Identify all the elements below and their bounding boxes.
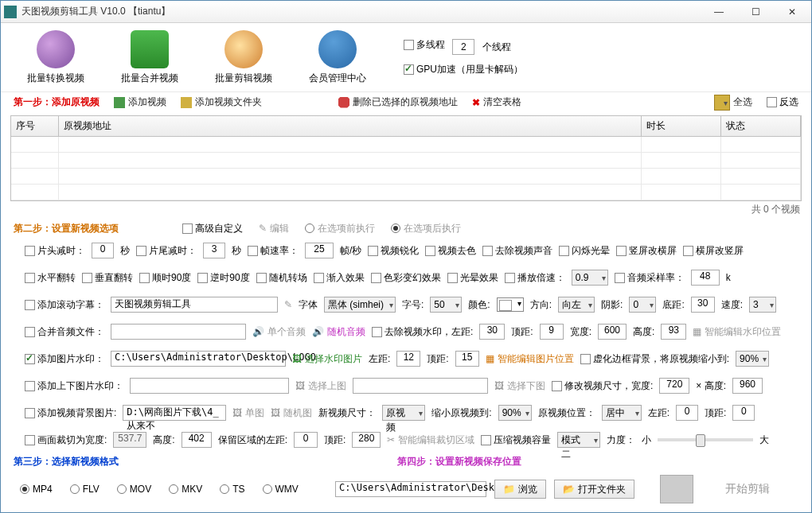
shrink-select[interactable]: 90% — [498, 405, 532, 421]
advanced-checkbox[interactable]: 高级自定义 — [182, 222, 243, 235]
minimize-button[interactable]: — — [708, 4, 730, 20]
random-audio-link[interactable]: 🔊随机音频 — [312, 325, 365, 339]
exec-after-radio[interactable]: 在选项后执行 — [391, 222, 461, 235]
clear-table-link[interactable]: ✖清空表格 — [472, 95, 521, 109]
open-folder-button[interactable]: 📂打开文件夹 — [554, 480, 634, 499]
select-wm-image[interactable]: 🖼选择水印图片 — [292, 352, 362, 366]
blur-border-checkbox[interactable]: 虚化边框背景，将原视频缩小到: — [580, 352, 729, 366]
multithread-checkbox[interactable]: 多线程 — [404, 38, 445, 52]
img-left-input[interactable]: 12 — [396, 351, 420, 367]
fmt-wmv-radio[interactable]: WMV — [263, 484, 299, 495]
color-picker[interactable] — [497, 297, 524, 312]
wm-height-input[interactable]: 93 — [661, 324, 686, 340]
image-wm-path[interactable]: C:\Users\Administrator\Desktop\LOGO — [111, 351, 286, 367]
keep-top-input[interactable]: 280 — [352, 432, 381, 448]
halo-checkbox[interactable]: 光晕效果 — [447, 271, 498, 285]
subspeed-select[interactable]: 3 — [749, 297, 776, 313]
merge-audio-checkbox[interactable]: 合并音频文件： — [25, 325, 104, 339]
random-transition-checkbox[interactable]: 随机转场 — [256, 271, 307, 285]
bottom-image-input[interactable] — [353, 378, 488, 394]
mute-checkbox[interactable]: 去除视频声音 — [482, 244, 552, 258]
wm-width-input[interactable]: 600 — [598, 324, 627, 340]
select-all-link[interactable]: 全选 — [714, 95, 752, 111]
batch-merge-button[interactable]: 批量合并视频 — [106, 30, 193, 85]
delete-selected-link[interactable]: 删除已选择的原视频地址 — [338, 95, 458, 109]
sharpen-checkbox[interactable]: 视频锐化 — [368, 244, 419, 258]
pos-top-input[interactable]: 0 — [732, 405, 755, 421]
close-button[interactable]: ✕ — [781, 4, 803, 20]
col-status[interactable]: 状态 — [721, 116, 801, 136]
asr-input[interactable]: 48 — [691, 270, 720, 286]
direction-select[interactable]: 向左 — [558, 297, 595, 313]
vflip-checkbox[interactable]: 垂直翻转 — [82, 271, 133, 285]
smart-wm-link[interactable]: ▦ 智能编辑水印位置 — [693, 325, 781, 339]
pos-left-input[interactable]: 0 — [676, 405, 698, 421]
h2v-checkbox[interactable]: 横屏改竖屏 — [683, 244, 744, 258]
bg-image-checkbox[interactable]: 添加视频背景图片: — [25, 406, 116, 420]
start-icon-button[interactable] — [660, 475, 693, 503]
browse-button[interactable]: 📁浏览 — [494, 480, 546, 499]
wm-top-input[interactable]: 9 — [540, 324, 564, 340]
add-folder-link[interactable]: 添加视频文件夹 — [181, 95, 262, 109]
asr-checkbox[interactable]: 音频采样率： — [615, 271, 685, 285]
batch-edit-button[interactable]: 批量剪辑视频 — [200, 30, 287, 85]
thread-count-input[interactable]: 2 — [452, 39, 474, 55]
exec-before-radio[interactable]: 在选项前执行 — [305, 222, 375, 235]
fps-input[interactable]: 25 — [305, 243, 334, 258]
top-image-input[interactable] — [130, 378, 289, 394]
maximize-button[interactable]: ☐ — [744, 4, 767, 20]
select-bottom-image[interactable]: 🖼选择下图 — [494, 379, 545, 393]
position-select[interactable]: 居中 — [602, 405, 642, 421]
batch-convert-button[interactable]: 批量转换视频 — [12, 30, 100, 85]
speed-select[interactable]: 0.9 — [572, 270, 608, 286]
subtitle-checkbox[interactable]: 添加滚动字幕： — [25, 298, 104, 312]
head-trim-checkbox[interactable]: 片头减时： — [25, 244, 85, 258]
flash-checkbox[interactable]: 闪烁光晕 — [559, 244, 610, 258]
save-path-input[interactable]: C:\Users\Administrator\Desktop — [335, 481, 486, 497]
col-index[interactable]: 序号 — [11, 116, 59, 136]
crop-h-input[interactable]: 402 — [182, 432, 212, 448]
shadow-select[interactable]: 0 — [629, 297, 656, 313]
gpu-checkbox[interactable]: GPU加速（用显卡解码） — [404, 63, 523, 76]
tail-trim-checkbox[interactable]: 片尾减时： — [136, 244, 197, 258]
single-audio-link[interactable]: 🔊单个音频 — [252, 325, 306, 339]
audio-path-input[interactable] — [111, 324, 246, 340]
bg-image-path[interactable]: D:\网商图片下载\4_从来不 — [123, 405, 226, 421]
smart-img-link[interactable]: ▦ 智能编辑图片位置 — [486, 352, 574, 366]
col-duration[interactable]: 时长 — [642, 116, 721, 136]
wm-left-input[interactable]: 30 — [479, 324, 505, 340]
random-image-link[interactable]: 🖼随机图 — [271, 406, 312, 420]
desaturate-checkbox[interactable]: 视频去色 — [425, 244, 476, 258]
member-center-button[interactable]: 会员管理中心 — [294, 30, 381, 85]
fmt-flv-radio[interactable]: FLV — [70, 484, 100, 495]
subtitle-input[interactable]: 天图视频剪辑工具 — [111, 297, 278, 313]
crop-checkbox[interactable]: 画面裁切为宽度: — [25, 433, 107, 447]
resize-h-input[interactable]: 960 — [732, 378, 763, 394]
fmt-mkv-radio[interactable]: MKV — [169, 484, 202, 495]
keep-left-input[interactable]: 0 — [294, 432, 318, 448]
add-tb-image-checkbox[interactable]: 添加上下图片水印： — [25, 379, 123, 393]
ccw90-checkbox[interactable]: 逆时90度 — [197, 271, 249, 285]
tail-trim-input[interactable]: 3 — [203, 243, 225, 258]
newsize-select[interactable]: 原视频 — [382, 405, 425, 421]
blur-select[interactable]: 90% — [736, 351, 769, 367]
single-image-link[interactable]: 🖼单图 — [232, 406, 264, 420]
compress-checkbox[interactable]: 压缩视频容量 — [481, 433, 551, 447]
remove-watermark-checkbox[interactable]: 去除视频水印，左距: — [372, 325, 473, 339]
select-top-image[interactable]: 🖼选择上图 — [295, 379, 346, 393]
col-path[interactable]: 原视频地址 — [59, 116, 642, 136]
head-trim-input[interactable]: 0 — [92, 243, 114, 258]
add-image-wm-checkbox[interactable]: 添加图片水印： — [25, 352, 104, 366]
fmt-mp4-radio[interactable]: MP4 — [20, 484, 53, 495]
fmt-mov-radio[interactable]: MOV — [117, 484, 151, 495]
bottom-input[interactable]: 30 — [691, 297, 715, 313]
compress-mode-select[interactable]: 模式二 — [557, 432, 600, 448]
cw90-checkbox[interactable]: 顺时90度 — [139, 271, 191, 285]
invert-select-checkbox[interactable]: 反选 — [767, 95, 798, 109]
crop-w-input[interactable]: 537.7 — [113, 432, 146, 448]
resize-checkbox[interactable]: 修改视频尺寸，宽度: — [552, 379, 653, 393]
font-select[interactable]: 黑体 (simhei) — [324, 297, 396, 313]
strength-slider[interactable] — [658, 438, 753, 441]
hflip-checkbox[interactable]: 水平翻转 — [25, 271, 76, 285]
resize-w-input[interactable]: 720 — [659, 378, 689, 394]
